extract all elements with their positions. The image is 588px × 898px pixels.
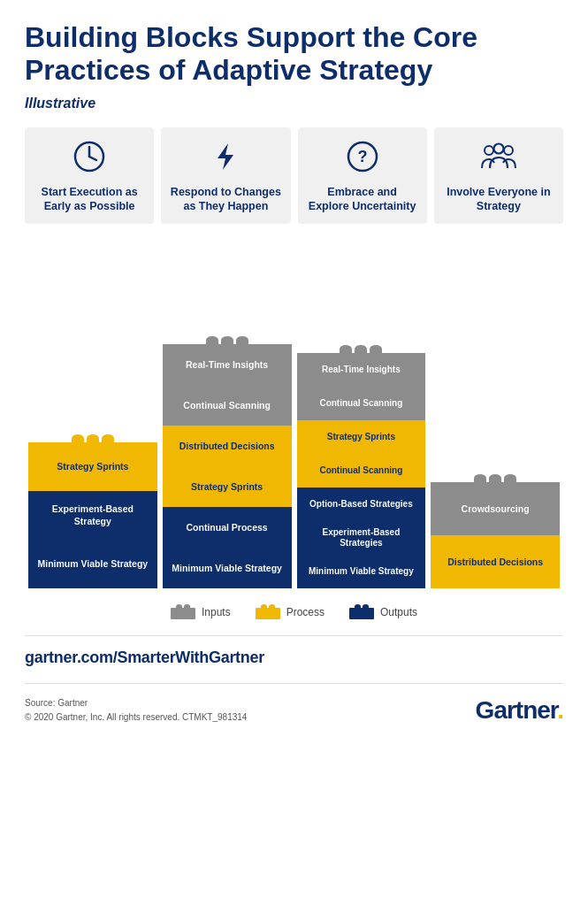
svg-text:?: ? [357, 148, 367, 165]
source-text: Source: Gartner [25, 696, 247, 710]
practice-label: Embrace and Explore Uncertainity [307, 185, 418, 214]
practice-label: Involve Everyone in Strategy [443, 185, 554, 214]
block: Continual Scanning [297, 454, 426, 487]
svg-point-6 [485, 146, 493, 155]
column-3: Real-Time Insights Continual Scanning St… [297, 243, 426, 588]
block: Minimum Viable Strategy [28, 540, 157, 588]
lightning-icon [209, 140, 242, 178]
block: Continual Process [163, 507, 292, 548]
page-title: Building Blocks Support the Core Practic… [25, 21, 563, 87]
block: Crowdsourcing [431, 482, 560, 535]
block: Experiment-Based Strategies [297, 521, 426, 555]
process-swatch [256, 604, 280, 619]
block: Strategy Sprints [297, 420, 426, 454]
column-4: Crowdsourcing Distributed Decisions [431, 243, 560, 588]
block: Real-Time Insights [163, 344, 292, 385]
legend-outputs: Outputs [349, 604, 417, 619]
svg-point-8 [493, 143, 503, 153]
logo-dot: . [557, 696, 563, 724]
block: Strategy Sprints [163, 466, 292, 507]
footer-source: Source: Gartner © 2020 Gartner, Inc. All… [25, 696, 247, 725]
block: Real-Time Insights [297, 353, 426, 387]
lego-top-1 [28, 434, 157, 442]
practice-card-start-execution: Start Execution as Early as Possible [25, 127, 154, 225]
svg-marker-3 [218, 143, 233, 170]
divider-bottom [25, 683, 563, 684]
block: Option-Based Strategies [297, 487, 426, 521]
legend-inputs-label: Inputs [202, 606, 231, 618]
gartner-logo: Gartner. [476, 696, 563, 725]
lego-top-2 [163, 335, 292, 344]
inputs-swatch [171, 604, 195, 619]
practice-card-involve-everyone: Involve Everyone in Strategy [434, 127, 563, 225]
block: Experiment-Based Strategy [28, 491, 157, 540]
legend-process-label: Process [286, 606, 325, 618]
block: Distributed Decisions [163, 426, 292, 466]
chart-area: Strategy Sprints Experiment-Based Strate… [25, 243, 563, 588]
block: Distributed Decisions [431, 535, 560, 588]
block: Continual Scanning [297, 387, 426, 420]
block: Strategy Sprints [28, 442, 157, 491]
column-2: Real-Time Insights Continual Scanning Di… [163, 243, 292, 588]
lego-top-3 [297, 344, 426, 353]
practice-card-embrace-uncertainty: ? Embrace and Explore Uncertainity [298, 127, 427, 225]
subtitle: Illustrative [25, 96, 563, 111]
outputs-swatch [349, 604, 374, 619]
practice-card-respond-changes: Respond to Changes as They Happen [161, 127, 290, 225]
practice-cards: Start Execution as Early as Possible Res… [25, 127, 563, 225]
website-link[interactable]: gartner.com/SmarterWithGartner [25, 649, 563, 667]
block: Continual Scanning [163, 385, 292, 426]
column-1: Strategy Sprints Experiment-Based Strate… [28, 243, 157, 588]
svg-line-2 [89, 157, 96, 160]
block: Minimum Viable Strategy [297, 555, 426, 588]
practice-label: Respond to Changes as They Happen [170, 185, 281, 214]
legend-outputs-label: Outputs [380, 606, 417, 618]
legend-inputs: Inputs [171, 604, 231, 619]
legend: Inputs Process Outputs [25, 604, 563, 619]
practice-label: Start Execution as Early as Possible [34, 185, 145, 214]
svg-point-7 [504, 146, 513, 155]
block: Minimum Viable Strategy [163, 548, 292, 588]
footer: Source: Gartner © 2020 Gartner, Inc. All… [25, 696, 563, 725]
question-icon: ? [346, 140, 379, 178]
copyright-text: © 2020 Gartner, Inc. All rights reserved… [25, 710, 247, 725]
people-icon [480, 140, 517, 178]
legend-process: Process [256, 604, 325, 619]
lego-top-4 [431, 473, 560, 482]
clock-icon [73, 140, 106, 178]
divider [25, 635, 563, 636]
